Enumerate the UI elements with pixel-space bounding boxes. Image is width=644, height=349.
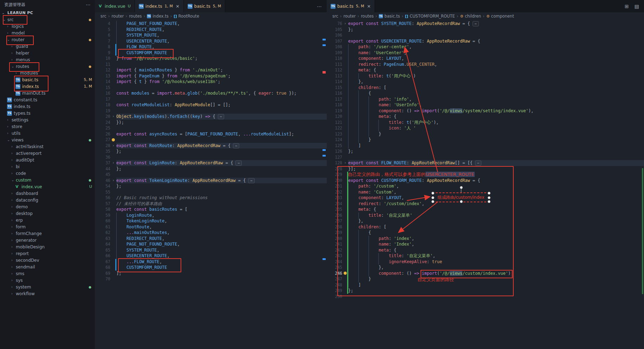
tree-item[interactable]: ›guard bbox=[0, 43, 95, 50]
tree-item[interactable]: ›settings bbox=[0, 116, 95, 123]
tree-item[interactable]: ›activereport bbox=[0, 150, 95, 157]
tree-item[interactable]: ›utils bbox=[0, 130, 95, 137]
tab-index.vue[interactable]: Vindex.vueU bbox=[95, 0, 135, 12]
code-line[interactable]: 113 title: t('用户中心') bbox=[327, 73, 644, 79]
tree-item[interactable]: ›sms bbox=[0, 270, 95, 277]
code-line[interactable]: 120 meta: { bbox=[327, 114, 644, 120]
folded-code-ellipsis[interactable]: ⋯ bbox=[248, 178, 254, 183]
code-line[interactable]: 27 bbox=[95, 137, 327, 143]
code-line[interactable]: 250 bbox=[327, 294, 644, 300]
tree-item[interactable]: ›model bbox=[0, 30, 95, 36]
tree-item[interactable]: ⌄routes● bbox=[0, 63, 95, 70]
tree-item[interactable]: ›form bbox=[0, 223, 95, 230]
code-line[interactable]: 44}; bbox=[95, 166, 327, 172]
tree-item[interactable]: TSindex.ts bbox=[0, 103, 95, 110]
code-line[interactable]: 234 redirect: '/custom/index', bbox=[327, 201, 644, 207]
explorer-root-folder[interactable]: ⌄ LEARUN PC bbox=[0, 9, 95, 16]
code-line[interactable]: 11 bbox=[95, 62, 327, 68]
code-line[interactable]: 13import { PageEnum } from '/@/enums/pag… bbox=[95, 73, 327, 79]
breadcrumb-item[interactable]: src bbox=[100, 14, 106, 19]
code-line[interactable]: 233 component: LAYOUT, bbox=[327, 195, 644, 201]
tree-item[interactable]: ›auditOpt bbox=[0, 157, 95, 163]
code-line[interactable]: 64 PAGE_NOT_FOUND_ROUTE, bbox=[95, 241, 327, 247]
code-line[interactable]: 54}; bbox=[95, 183, 327, 189]
tree-item[interactable]: ⌄views● bbox=[0, 137, 95, 143]
code-line[interactable]: 115 children: [ bbox=[327, 85, 644, 91]
lightbulb-icon[interactable] bbox=[112, 138, 115, 141]
code-line[interactable]: 28›export const RootRoute: AppRouteRecor… bbox=[95, 143, 327, 149]
code-line[interactable]: 114 }, bbox=[327, 79, 644, 85]
code-line[interactable]: 109 name: 'UserCenter', bbox=[327, 50, 644, 56]
split-editor-icon[interactable]: ⊞ bbox=[625, 4, 629, 9]
tab-index.ts[interactable]: TSindex.ts1, M× bbox=[135, 0, 184, 12]
code-line[interactable]: 45 bbox=[95, 172, 327, 178]
tree-item[interactable]: ›modules bbox=[0, 70, 95, 76]
tab-basic.ts[interactable]: TSbasic.ts5, M bbox=[184, 0, 225, 12]
code-line[interactable]: 107export const USERCENTER_ROUTE: AppRou… bbox=[327, 38, 644, 44]
tree-item[interactable]: ›formChange bbox=[0, 230, 95, 237]
code-line[interactable]: 244 ignoreKeepAlive: true bbox=[327, 259, 644, 265]
code-line[interactable]: 24}); bbox=[95, 120, 327, 126]
code-editor[interactable]: 76›export const SYSTEM_ROUTE: AppRouteRe… bbox=[327, 20, 644, 349]
code-line[interactable]: 249}; bbox=[327, 288, 644, 294]
code-line[interactable]: 46›export const TokenLoginRoute: AppRout… bbox=[95, 178, 327, 184]
code-line[interactable]: 248 ] bbox=[327, 282, 644, 288]
code-line[interactable]: 35}; bbox=[95, 148, 327, 154]
folded-code-ellipsis[interactable]: ⋯ bbox=[233, 143, 239, 148]
code-line[interactable]: 239 { bbox=[327, 230, 644, 236]
close-tab-icon[interactable]: × bbox=[176, 4, 180, 9]
code-line[interactable]: 59 LoginRoute, bbox=[95, 212, 327, 218]
breadcrumb-item[interactable]: TSbasic.ts bbox=[379, 14, 400, 19]
code-line[interactable]: 241 name: 'Index', bbox=[327, 241, 644, 247]
breadcrumb-item[interactable]: routes bbox=[129, 14, 142, 19]
code-line[interactable]: 246 component: () => import('/@/views/cu… bbox=[327, 271, 644, 277]
code-line[interactable]: 112 meta: { bbox=[327, 67, 644, 73]
tree-item[interactable]: ›workflow bbox=[0, 290, 95, 297]
folded-code-ellipsis[interactable]: ⋯ bbox=[218, 114, 224, 119]
tree-item[interactable]: ›secondDev bbox=[0, 257, 95, 264]
code-line[interactable]: 56// Basic routing without permissions bbox=[95, 195, 327, 201]
code-line[interactable]: 8 FLOW_ROUTE, bbox=[95, 44, 327, 50]
code-line[interactable]: 123 } bbox=[327, 131, 644, 137]
code-line[interactable]: 247 } bbox=[327, 276, 644, 282]
code-line[interactable]: 20›Object.keys(modules).forEach((key) =>… bbox=[95, 114, 327, 120]
code-line[interactable]: 116 { bbox=[327, 90, 644, 96]
tree-item[interactable]: ›system● bbox=[0, 284, 95, 290]
breadcrumb-item[interactable]: ⚙children bbox=[460, 14, 481, 19]
tree-item[interactable]: ⌄custom● bbox=[0, 177, 95, 183]
fold-collapsed-icon[interactable]: › bbox=[112, 143, 115, 149]
code-line[interactable]: 26export const asyncRoutes = [PAGE_NOT_F… bbox=[95, 131, 327, 137]
tree-item[interactable]: Vindex.vueU bbox=[0, 183, 95, 190]
tree-item[interactable]: ›code bbox=[0, 170, 95, 177]
breadcrumb-item[interactable]: router bbox=[111, 14, 124, 19]
tab-basic.ts[interactable]: TSbasic.ts5, M× bbox=[327, 0, 375, 12]
code-line[interactable]: 126}; bbox=[327, 148, 644, 154]
code-editor[interactable]: 4 PAGE_NOT_FOUND_ROUTE,5 REDIRECT_ROUTE,… bbox=[95, 20, 327, 349]
code-line[interactable]: 67 ...FLOW_ROUTE, bbox=[95, 259, 327, 265]
code-line[interactable]: 15 bbox=[95, 85, 327, 91]
more-actions-icon[interactable]: ⋯ bbox=[317, 4, 322, 9]
editor-layout-icon[interactable]: ▤ bbox=[635, 4, 639, 9]
breadcrumb-item[interactable]: src bbox=[332, 14, 338, 19]
code-line[interactable]: 58export const basicRoutes = [ bbox=[95, 207, 327, 212]
code-line[interactable]: 66 USERCENTER_ROUTE, bbox=[95, 253, 327, 259]
code-line[interactable]: 5 REDIRECT_ROUTE, bbox=[95, 27, 327, 33]
code-line[interactable]: 17 bbox=[95, 96, 327, 102]
tree-item[interactable]: ›demo bbox=[0, 203, 95, 210]
code-line[interactable]: 229 bbox=[327, 172, 644, 178]
code-line[interactable]: 230export const CUSTOMFORM_ROUTE: AppRou… bbox=[327, 178, 644, 184]
code-line[interactable]: 63 REDIRECT_ROUTE, bbox=[95, 236, 327, 242]
code-line[interactable]: 70 bbox=[95, 276, 327, 282]
code-line[interactable]: 106 bbox=[327, 32, 644, 38]
code-line[interactable]: 7 USERCENTER_ROUTE, bbox=[95, 38, 327, 44]
code-line[interactable]: 236 title: '自定义菜单' bbox=[327, 212, 644, 218]
code-line[interactable]: 57// 未经许可的基本路由 bbox=[95, 201, 327, 207]
breadcrumb-item[interactable]: routes bbox=[361, 14, 373, 19]
code-line[interactable]: 12import { mainOutRoutes } from './mainO… bbox=[95, 67, 327, 73]
tree-item[interactable]: TStypes.ts bbox=[0, 110, 95, 116]
tree-item[interactable]: ›helper bbox=[0, 50, 95, 56]
tree-item[interactable]: ⌄router● bbox=[0, 36, 95, 43]
code-line[interactable]: 10} from '/@/router/routes/basic'; bbox=[95, 56, 327, 62]
code-line[interactable]: 125 ] bbox=[327, 143, 644, 149]
tree-item[interactable]: TSmainOut.ts bbox=[0, 90, 95, 96]
